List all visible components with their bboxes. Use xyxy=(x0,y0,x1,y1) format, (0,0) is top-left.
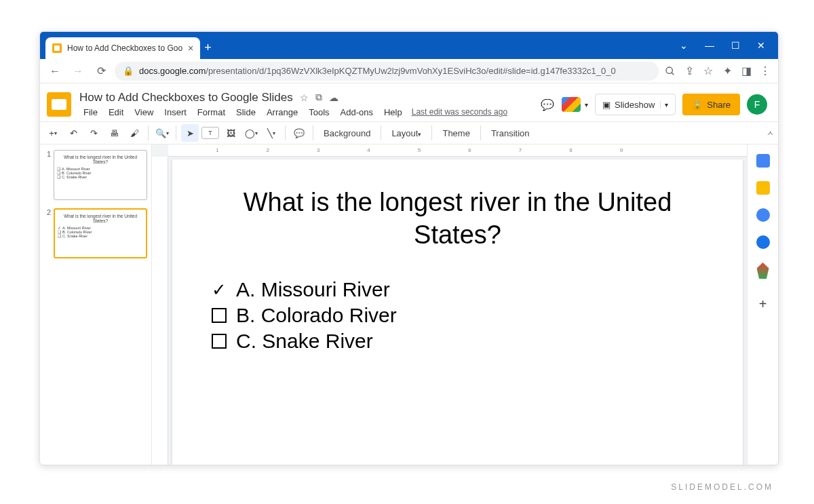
cloud-status-icon[interactable]: ☁ xyxy=(329,92,338,103)
side-panel: + xyxy=(747,144,778,465)
reload-button[interactable]: ⟳ xyxy=(92,62,111,81)
close-window-button[interactable]: ✕ xyxy=(750,36,773,55)
forward-button[interactable]: → xyxy=(69,62,88,81)
keep-icon[interactable] xyxy=(756,181,770,195)
browser-tab[interactable]: How to Add Checkboxes to Goo × xyxy=(45,37,200,59)
slide-option-c[interactable]: C. Snake River xyxy=(212,330,709,353)
menu-edit[interactable]: Edit xyxy=(104,106,128,119)
tab-title: How to Add Checkboxes to Goo xyxy=(67,43,182,53)
chrome-titlebar: How to Add Checkboxes to Goo × + ⌄ — ☐ ✕ xyxy=(40,32,778,59)
account-icon[interactable]: ◨ xyxy=(739,64,754,79)
shape-tool[interactable]: ◯▾ xyxy=(242,124,260,142)
slide-thumbnail-2[interactable]: What is the longest river in the United … xyxy=(54,208,147,258)
undo-button[interactable]: ↶ xyxy=(64,124,82,142)
address-bar: ← → ⟳ 🔒 docs.google.com/presentation/d/1… xyxy=(40,59,778,83)
app-header: How to Add Checkboxes to Google Slides ☆… xyxy=(40,83,778,121)
theme-button[interactable]: Theme xyxy=(437,128,475,138)
menu-slide[interactable]: Slide xyxy=(232,106,260,119)
new-tab-button[interactable]: + xyxy=(204,41,212,55)
checkmark-icon: ✓ xyxy=(212,279,227,301)
checkbox-icon xyxy=(212,308,227,323)
svg-line-1 xyxy=(672,73,674,75)
collapse-toolbar-icon[interactable]: ㅅ xyxy=(767,128,774,138)
minimize-button[interactable]: — xyxy=(698,36,721,55)
get-addons-icon[interactable]: + xyxy=(759,296,767,312)
comment-tool[interactable]: 💬 xyxy=(290,124,308,142)
meet-button[interactable]: ▾ xyxy=(562,94,588,115)
slide-thumbnail-1[interactable]: What is the longest river in the United … xyxy=(54,150,147,200)
image-tool[interactable]: 🖼 xyxy=(222,124,239,142)
redo-button[interactable]: ↷ xyxy=(85,124,102,142)
chrome-menu-icon[interactable]: ⋮ xyxy=(758,64,773,79)
present-icon: ▣ xyxy=(602,100,610,110)
slide-canvas[interactable]: What is the longest river in the United … xyxy=(172,159,743,465)
menu-addons[interactable]: Add-ons xyxy=(336,106,377,119)
slideshow-button[interactable]: ▣Slideshow▾ xyxy=(595,94,676,115)
document-title[interactable]: How to Add Checkboxes to Google Slides xyxy=(79,91,293,104)
menu-bar: File Edit View Insert Format Slide Arran… xyxy=(77,104,535,119)
tasks-icon[interactable] xyxy=(756,208,770,222)
menu-format[interactable]: Format xyxy=(193,106,229,119)
meet-icon xyxy=(562,97,581,112)
menu-file[interactable]: File xyxy=(79,106,102,119)
thumb-number: 2 xyxy=(44,208,51,258)
chevron-down-icon[interactable]: ⌄ xyxy=(672,36,695,55)
lock-icon: 🔒 xyxy=(692,100,703,110)
back-button[interactable]: ← xyxy=(45,62,64,81)
thumb-number: 1 xyxy=(44,150,51,200)
watermark-text: SLIDEMODEL.COM xyxy=(671,482,773,492)
menu-arrange[interactable]: Arrange xyxy=(263,106,302,119)
slide-option-a[interactable]: ✓A. Missouri River xyxy=(212,278,709,301)
browser-window: How to Add Checkboxes to Goo × + ⌄ — ☐ ✕… xyxy=(39,31,779,465)
star-icon[interactable]: ☆ xyxy=(300,92,309,103)
last-edit-link[interactable]: Last edit was seconds ago xyxy=(412,107,507,117)
transition-button[interactable]: Transition xyxy=(486,128,535,138)
move-icon[interactable]: ⧉ xyxy=(315,92,322,103)
zoom-icon[interactable] xyxy=(663,64,678,79)
select-tool[interactable]: ➤ xyxy=(181,124,199,142)
toolbar: +▾ ↶ ↷ 🖶 🖌 🔍▾ ➤ T 🖼 ◯▾ ╲▾ 💬 Background L… xyxy=(40,121,778,144)
menu-view[interactable]: View xyxy=(130,106,157,119)
slide-option-b[interactable]: B. Colorado River xyxy=(212,304,709,327)
svg-point-0 xyxy=(666,67,672,73)
ruler-horizontal: 123456789 xyxy=(168,144,747,157)
menu-insert[interactable]: Insert xyxy=(160,106,191,119)
lock-icon: 🔒 xyxy=(123,66,134,76)
slide-filmstrip: 1 What is the longest river in the Unite… xyxy=(40,144,152,465)
slide-question-text[interactable]: What is the longest river in the United … xyxy=(206,187,709,251)
background-button[interactable]: Background xyxy=(318,128,376,138)
tab-close-icon[interactable]: × xyxy=(188,43,193,54)
checkbox-icon xyxy=(212,334,227,349)
zoom-button[interactable]: 🔍▾ xyxy=(153,124,171,142)
textbox-tool[interactable]: T xyxy=(201,127,219,139)
url-field[interactable]: 🔒 docs.google.com/presentation/d/1pq36Wz… xyxy=(115,62,659,81)
print-button[interactable]: 🖶 xyxy=(105,124,123,142)
menu-tools[interactable]: Tools xyxy=(305,106,333,119)
paint-format-button[interactable]: 🖌 xyxy=(125,124,143,142)
calendar-icon[interactable] xyxy=(756,154,770,168)
url-text: docs.google.com/presentation/d/1pq36WzVX… xyxy=(139,66,616,76)
slides-favicon-icon xyxy=(52,43,62,53)
canvas-area: 123456789 What is the longest river in t… xyxy=(152,144,747,465)
ruler-vertical xyxy=(152,157,168,465)
contacts-icon[interactable] xyxy=(756,235,770,249)
extensions-icon[interactable]: ✦ xyxy=(720,64,735,79)
bookmark-star-icon[interactable]: ☆ xyxy=(701,64,716,79)
share-button[interactable]: 🔒Share xyxy=(682,94,740,115)
account-avatar[interactable]: F xyxy=(747,94,767,115)
new-slide-button[interactable]: +▾ xyxy=(44,124,62,142)
layout-button[interactable]: Layout▾ xyxy=(386,128,427,138)
maximize-button[interactable]: ☐ xyxy=(724,36,747,55)
slides-logo-icon[interactable] xyxy=(47,92,71,117)
line-tool[interactable]: ╲▾ xyxy=(263,124,280,142)
menu-help[interactable]: Help xyxy=(380,106,406,119)
comments-icon[interactable]: 💬 xyxy=(540,97,555,112)
share-url-icon[interactable]: ⇪ xyxy=(682,64,697,79)
maps-icon[interactable] xyxy=(757,263,769,279)
